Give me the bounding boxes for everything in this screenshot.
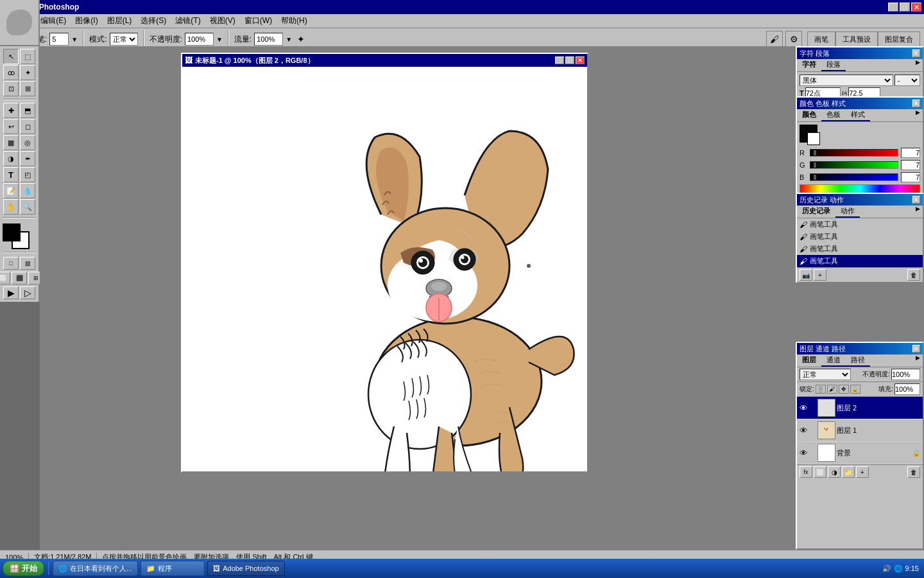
tab-actions[interactable]: 动作 [835,206,860,218]
menu-edit[interactable]: 编辑(E) [37,14,70,28]
lock-position-btn[interactable]: ✥ [839,385,849,394]
stamp-tool[interactable]: ⬒ [20,103,35,118]
lock-all-btn[interactable]: 🔒 [850,385,860,394]
layer-row-2[interactable]: 👁 图层 2 [797,397,923,419]
history-snapshot-btn[interactable]: 📷 [800,269,812,281]
brush-size-arrow[interactable]: ▼ [71,36,78,43]
history-panel-menu[interactable]: ▶ [916,206,920,218]
menu-filter[interactable]: 滤镜(T) [171,14,204,28]
tab-brush[interactable]: 画笔 [807,31,835,47]
jump-to-ir[interactable]: ▶ [3,286,19,299]
layer-blend-select[interactable]: 正常 [800,369,851,380]
opacity-arrow[interactable]: ▼ [216,36,223,43]
color-panel-menu[interactable]: ▶ [916,109,920,121]
brush-size-input[interactable] [49,33,69,46]
layer-bg-eye[interactable]: 👁 [800,448,809,458]
eraser-tool[interactable]: ◻ [20,119,35,134]
b-value-input[interactable] [901,172,920,182]
tab-history[interactable]: 历史记录 [797,206,835,218]
lock-transparent-btn[interactable]: ░ [816,385,826,394]
r-slider[interactable] [810,149,898,157]
tab-swatches[interactable]: 色板 [821,109,846,121]
zoom-tool[interactable]: 🔍 [20,199,35,215]
notes-tool[interactable]: 📝 [3,183,19,198]
pen-tool[interactable]: ✒ [20,151,35,166]
minimize-button[interactable]: _ [888,3,898,12]
close-button[interactable]: ✕ [911,3,921,12]
doc-maximize[interactable]: □ [565,57,574,64]
g-value-input[interactable] [901,160,920,170]
mode-select[interactable]: 正常 [110,33,138,46]
char-panel-close[interactable]: ✕ [912,49,920,57]
flow-arrow[interactable]: ▼ [286,36,292,43]
b-slider[interactable] [810,173,898,181]
eyedrop-tool[interactable]: 💧 [20,183,35,198]
layer-mask-btn[interactable]: ⬜ [814,466,826,478]
menu-help[interactable]: 帮助(H) [277,14,311,28]
layer-delete-btn[interactable]: 🗑 [907,466,920,478]
text-tool[interactable]: T [3,167,19,182]
lock-image-btn[interactable]: 🖌 [827,385,837,394]
history-item-4[interactable]: 🖌 画笔工具 [797,255,923,267]
menu-view[interactable]: 视图(V) [206,14,239,28]
layer-fx-btn[interactable]: fx [800,466,812,478]
char-panel-menu[interactable]: ▶ [916,59,920,71]
tab-character[interactable]: 字符 [797,59,821,71]
history-brush[interactable]: ↩ [3,119,19,134]
layer-new-btn[interactable]: + [856,466,869,478]
history-item-2[interactable]: 🖌 画笔工具 [797,231,923,243]
menu-layer[interactable]: 图层(L) [103,14,136,28]
font-family-select[interactable]: 黑体 [800,74,893,86]
layer-opacity-input[interactable] [891,369,920,380]
tab-color[interactable]: 颜色 [797,109,821,121]
history-item-1[interactable]: 🖌 画笔工具 [797,218,923,231]
tab-channels[interactable]: 通道 [821,355,846,367]
crop-tool[interactable]: ⊡ [3,81,19,96]
start-button[interactable]: 🪟 开始 [3,561,44,576]
tab-styles[interactable]: 样式 [846,109,870,121]
taskbar-program[interactable]: 📁 程序 [141,561,205,576]
layer-adjustment-btn[interactable]: ◑ [828,466,841,478]
screen-mode-full[interactable]: ⬛ [12,272,27,285]
layer-2-eye[interactable]: 👁 [800,403,809,413]
magic-wand[interactable]: ✦ [20,65,35,80]
foreground-color-box[interactable] [3,223,21,241]
background-swatch[interactable] [807,132,820,145]
layer-row-1[interactable]: 👁 🐕 图层 1 [797,419,923,442]
tab-layer-comp[interactable]: 图层复合 [878,31,920,47]
menu-image[interactable]: 图像(I) [71,14,101,28]
hand-tool[interactable]: ✋ [3,199,19,215]
color-spectrum[interactable] [800,184,920,193]
layer-row-bg[interactable]: 👁 背景 🔒 [797,442,923,464]
menu-select[interactable]: 选择(S) [137,14,170,28]
tab-layers[interactable]: 图层 [797,355,821,367]
heal-tool[interactable]: ✚ [3,103,19,118]
menu-window[interactable]: 窗口(W) [241,14,276,28]
history-new-btn[interactable]: + [814,269,826,281]
brush-preset-btn[interactable]: 🖌 [766,31,783,48]
r-value-input[interactable] [901,148,920,158]
move-tool[interactable]: ↖ [3,49,19,64]
flow-input[interactable] [254,33,283,46]
shape-tool[interactable]: ◰ [20,167,35,182]
taskbar-ie[interactable]: 🌐 在日本看到有个人... [53,561,138,576]
quick-mask-std[interactable]: □ [3,257,19,270]
history-delete-btn[interactable]: 🗑 [907,269,920,281]
doc-close[interactable]: ✕ [576,57,585,64]
quick-mask-active[interactable]: ▧ [20,257,35,270]
dodge-tool[interactable]: ◑ [3,151,19,166]
opacity-input[interactable] [185,33,214,46]
color-panel-close[interactable]: ✕ [912,100,920,107]
taskbar-photoshop[interactable]: 🖼 Adobe Photoshop [207,561,284,576]
tab-paths[interactable]: 路径 [846,355,870,367]
font-style-select[interactable]: - [894,74,920,86]
tab-paragraph[interactable]: 段落 [821,59,846,71]
blur-tool[interactable]: ◎ [20,135,35,150]
airbrush-icon[interactable]: ✦ [297,34,305,44]
layer-group-btn[interactable]: 📁 [842,466,855,478]
screen-mode-std[interactable]: ⬜ [0,272,10,285]
history-panel-close[interactable]: ✕ [912,196,920,204]
doc-minimize[interactable]: _ [555,57,564,64]
tab-tool-preset[interactable]: 工具预设 [835,31,878,47]
fill-input[interactable] [894,383,920,395]
